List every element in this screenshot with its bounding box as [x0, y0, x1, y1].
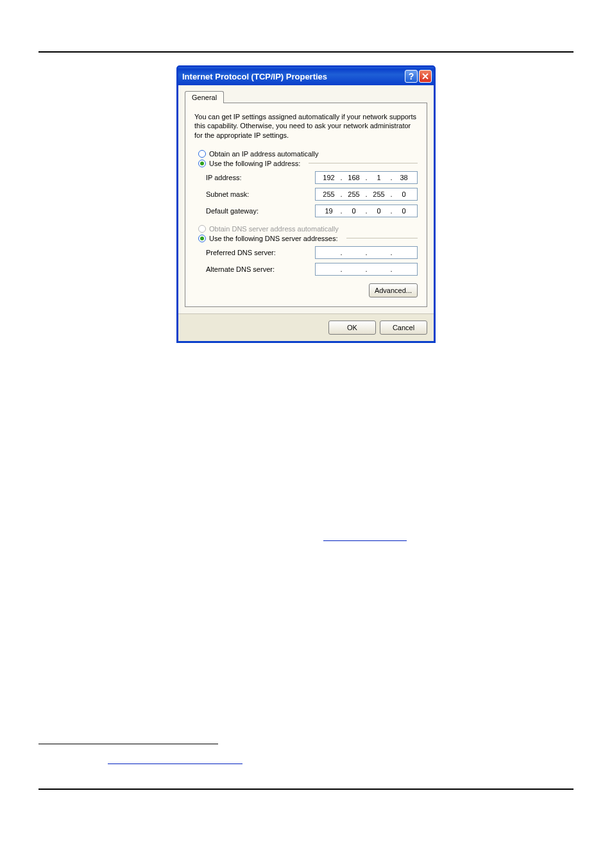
radio-label: Use the following DNS server addresses: — [209, 235, 338, 242]
radio-obtain-dns-auto: Obtain DNS server address automatically — [198, 225, 418, 233]
footnote-link[interactable] — [108, 763, 242, 764]
radio-checked-icon — [198, 160, 206, 167]
radio-unchecked-icon — [198, 150, 206, 158]
preferred-dns-label: Preferred DNS server: — [206, 249, 315, 256]
alternate-dns-label: Alternate DNS server: — [206, 265, 315, 273]
radio-use-following-dns[interactable]: Use the following DNS server addresses: — [198, 235, 418, 242]
cancel-button[interactable]: Cancel — [380, 321, 427, 335]
subnet-mask-label: Subnet mask: — [206, 190, 315, 198]
radio-disabled-icon — [198, 225, 206, 233]
radio-obtain-ip-auto[interactable]: Obtain an IP address automatically — [198, 150, 418, 158]
radio-label: Obtain DNS server address automatically — [209, 225, 339, 233]
advanced-button[interactable]: Advanced... — [369, 283, 418, 297]
preferred-dns-input[interactable]: . . . — [315, 246, 418, 259]
dialog-title: Internet Protocol (TCP/IP) Properties — [182, 72, 327, 81]
tab-general[interactable]: General — [185, 91, 224, 103]
footnote-rule — [38, 744, 218, 744]
titlebar[interactable]: Internet Protocol (TCP/IP) Properties ? — [178, 67, 434, 85]
tcpip-properties-dialog: Internet Protocol (TCP/IP) Properties ? … — [176, 65, 436, 343]
ip-address-label: IP address: — [206, 174, 315, 181]
subnet-mask-input[interactable]: 255. 255. 255. 0 — [315, 188, 418, 201]
radio-use-following-ip[interactable]: Use the following IP address: — [198, 160, 418, 167]
body-link[interactable] — [323, 540, 407, 541]
description-text: You can get IP settings assigned automat… — [194, 112, 418, 140]
radio-label: Obtain an IP address automatically — [209, 150, 318, 158]
default-gateway-input[interactable]: 19. 0. 0. 0 — [315, 204, 418, 217]
close-icon[interactable] — [419, 70, 432, 83]
page-footer-rule — [38, 789, 574, 790]
radio-checked-icon — [198, 235, 206, 242]
default-gateway-label: Default gateway: — [206, 207, 315, 215]
help-icon[interactable]: ? — [405, 70, 418, 83]
alternate-dns-input[interactable]: . . . — [315, 263, 418, 276]
ok-button[interactable]: OK — [328, 321, 376, 335]
ip-address-input[interactable]: 192. 168. 1. 38 — [315, 171, 418, 184]
radio-label: Use the following IP address: — [209, 160, 300, 167]
